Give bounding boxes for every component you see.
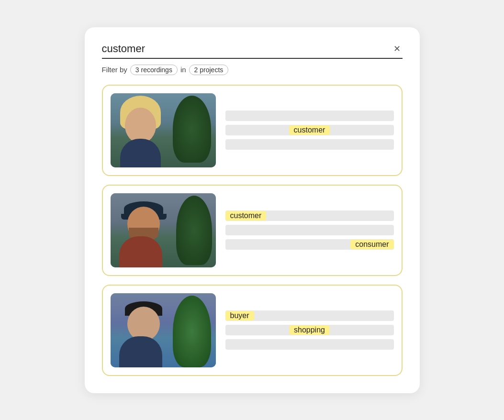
highlight-chip: customer bbox=[289, 125, 330, 135]
text-line-with-highlight: consumer bbox=[225, 239, 394, 250]
highlight-chip: consumer bbox=[350, 240, 393, 249]
projects-badge[interactable]: 2 projects bbox=[189, 65, 229, 75]
text-line-with-highlight: shopping bbox=[225, 325, 394, 335]
search-input[interactable] bbox=[102, 43, 392, 55]
card-content-1: customer bbox=[225, 93, 394, 167]
result-card[interactable]: customer bbox=[102, 85, 403, 176]
thumbnail-1 bbox=[111, 93, 216, 167]
text-line bbox=[225, 111, 394, 121]
highlight-chip: shopping bbox=[289, 325, 330, 335]
thumbnail-image-3 bbox=[111, 293, 216, 367]
text-line-with-highlight: customer bbox=[225, 210, 394, 221]
in-label: in bbox=[180, 66, 186, 74]
search-section: ✕ Filter by 3 recordings in 2 projects bbox=[102, 43, 403, 75]
clear-button[interactable]: ✕ bbox=[392, 44, 403, 54]
text-line-with-highlight: buyer bbox=[225, 310, 394, 321]
results-list: customer customer bbox=[102, 85, 403, 376]
search-row: ✕ bbox=[102, 43, 403, 59]
card-content-3: buyer shopping bbox=[225, 293, 394, 367]
result-card[interactable]: buyer shopping bbox=[102, 285, 403, 376]
recordings-badge[interactable]: 3 recordings bbox=[130, 65, 178, 75]
text-line bbox=[225, 225, 394, 235]
text-line bbox=[225, 139, 394, 150]
thumbnail-image-2 bbox=[111, 193, 216, 267]
thumbnail-2 bbox=[111, 193, 216, 267]
main-container: ✕ Filter by 3 recordings in 2 projects bbox=[85, 27, 420, 393]
result-card[interactable]: customer consumer bbox=[102, 185, 403, 276]
filter-label: Filter by bbox=[102, 66, 127, 74]
highlight-chip: customer bbox=[225, 211, 267, 221]
card-content-2: customer consumer bbox=[225, 193, 394, 267]
filter-row: Filter by 3 recordings in 2 projects bbox=[102, 65, 403, 75]
highlight-chip: buyer bbox=[225, 311, 254, 321]
text-line-with-highlight: customer bbox=[225, 125, 394, 135]
text-line bbox=[225, 339, 394, 350]
thumbnail-image-1 bbox=[111, 93, 216, 167]
thumbnail-3 bbox=[111, 293, 216, 367]
